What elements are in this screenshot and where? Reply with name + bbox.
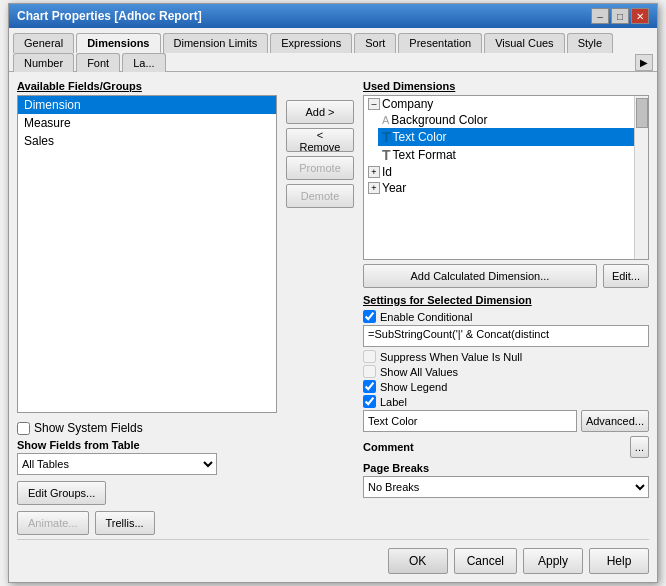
tree-id[interactable]: + Id <box>364 164 648 180</box>
enable-conditional-label: Enable Conditional <box>380 311 472 323</box>
show-legend-row: Show Legend <box>363 380 649 393</box>
available-fields-label: Available Fields/Groups <box>17 80 277 92</box>
show-all-values-checkbox[interactable] <box>363 365 376 378</box>
used-dimensions-label: Used Dimensions <box>363 80 649 92</box>
tab-number[interactable]: Number <box>13 53 74 72</box>
enable-conditional-row: Enable Conditional <box>363 310 649 323</box>
label-value-input[interactable] <box>363 410 577 432</box>
tab-style[interactable]: Style <box>567 33 613 53</box>
trellis-button[interactable]: Trellis... <box>95 511 155 535</box>
comment-button[interactable]: ... <box>630 436 649 458</box>
close-button[interactable]: ✕ <box>631 8 649 24</box>
tab-dimensions[interactable]: Dimensions <box>76 33 160 53</box>
right-panel: Used Dimensions – Company A Background C… <box>363 80 649 535</box>
table-dropdown-row: All Tables <box>17 453 277 475</box>
list-item-measure[interactable]: Measure <box>18 114 276 132</box>
remove-button[interactable]: < Remove <box>286 128 354 152</box>
bottom-buttons: OK Cancel Apply Help <box>17 539 649 574</box>
show-all-values-row: Show All Values <box>363 365 649 378</box>
formula-container: =SubStringCount('|' & Concat(distinct <box>363 325 649 347</box>
show-legend-checkbox[interactable] <box>363 380 376 393</box>
suppress-null-label: Suppress When Value Is Null <box>380 351 522 363</box>
demote-button[interactable]: Demote <box>286 184 354 208</box>
middle-buttons: Add > < Remove Promote Demote <box>285 80 355 535</box>
tree-text-format[interactable]: T Text Format <box>378 146 648 164</box>
list-item-dimension[interactable]: Dimension <box>18 96 276 114</box>
show-legend-label: Show Legend <box>380 381 447 393</box>
settings-title: Settings for Selected Dimension <box>363 294 649 306</box>
company-expand[interactable]: – <box>368 98 380 110</box>
label-label: Label <box>380 396 407 408</box>
tree-company[interactable]: – Company <box>364 96 648 112</box>
left-panel: Available Fields/Groups Dimension Measur… <box>17 80 277 535</box>
ok-button[interactable]: OK <box>388 548 448 574</box>
suppress-null-row: Suppress When Value Is Null <box>363 350 649 363</box>
year-expand[interactable]: + <box>368 182 380 194</box>
available-fields-list[interactable]: Dimension Measure Sales <box>17 95 277 413</box>
animate-trellis-row: Animate... Trellis... <box>17 511 277 535</box>
suppress-null-checkbox[interactable] <box>363 350 376 363</box>
main-panels: Available Fields/Groups Dimension Measur… <box>17 80 649 535</box>
apply-button[interactable]: Apply <box>523 548 583 574</box>
edit-dimension-button[interactable]: Edit... <box>603 264 649 288</box>
comment-row: Comment ... <box>363 436 649 458</box>
tab-dimension-limits[interactable]: Dimension Limits <box>163 33 269 53</box>
tab-la[interactable]: La... <box>122 53 165 72</box>
promote-button[interactable]: Promote <box>286 156 354 180</box>
scrollbar-thumb <box>636 98 648 128</box>
text-color-icon: T <box>382 129 391 145</box>
title-controls: – □ ✕ <box>591 8 649 24</box>
show-system-fields-checkbox[interactable] <box>17 422 30 435</box>
content-area: Available Fields/Groups Dimension Measur… <box>9 72 657 582</box>
left-bottom: Show System Fields Show Fields from Tabl… <box>17 421 277 535</box>
used-dim-scrollbar[interactable] <box>634 96 648 259</box>
tab-visual-cues[interactable]: Visual Cues <box>484 33 565 53</box>
groups-btn-row: Edit Groups... <box>17 481 277 505</box>
minimize-button[interactable]: – <box>591 8 609 24</box>
tree-text-color[interactable]: T Text Color <box>378 128 648 146</box>
tab-sort[interactable]: Sort <box>354 33 396 53</box>
show-system-fields-row: Show System Fields <box>17 421 277 435</box>
id-expand[interactable]: + <box>368 166 380 178</box>
tab-font[interactable]: Font <box>76 53 120 72</box>
background-color-icon: A <box>382 114 389 126</box>
comment-label: Comment <box>363 441 414 453</box>
text-format-icon: T <box>382 147 391 163</box>
advanced-button[interactable]: Advanced... <box>581 410 649 432</box>
title-bar: Chart Properties [Adhoc Report] – □ ✕ <box>9 4 657 28</box>
add-button[interactable]: Add > <box>286 100 354 124</box>
label-row: Label <box>363 395 649 408</box>
used-dimensions-tree[interactable]: – Company A Background Color T Text Colo… <box>363 95 649 260</box>
label-value-row: Advanced... <box>363 410 649 432</box>
page-breaks-dropdown[interactable]: No Breaks <box>363 476 649 498</box>
tab-general[interactable]: General <box>13 33 74 53</box>
tree-background-color[interactable]: A Background Color <box>378 112 648 128</box>
maximize-button[interactable]: □ <box>611 8 629 24</box>
tabs-bar: General Dimensions Dimension Limits Expr… <box>9 28 657 72</box>
help-button[interactable]: Help <box>589 548 649 574</box>
list-item-sales[interactable]: Sales <box>18 132 276 150</box>
action-buttons-row: Add Calculated Dimension... Edit... <box>363 264 649 288</box>
main-window: Chart Properties [Adhoc Report] – □ ✕ Ge… <box>8 3 658 583</box>
edit-groups-button[interactable]: Edit Groups... <box>17 481 106 505</box>
tab-nav-right[interactable]: ▶ <box>635 54 653 71</box>
page-breaks-section: Page Breaks No Breaks <box>363 462 649 498</box>
show-fields-label: Show Fields from Table <box>17 439 277 451</box>
tab-expressions[interactable]: Expressions <box>270 33 352 53</box>
cancel-button[interactable]: Cancel <box>454 548 517 574</box>
show-system-fields-label: Show System Fields <box>34 421 143 435</box>
show-all-values-label: Show All Values <box>380 366 458 378</box>
animate-button[interactable]: Animate... <box>17 511 89 535</box>
add-calculated-dimension-button[interactable]: Add Calculated Dimension... <box>363 264 597 288</box>
table-dropdown[interactable]: All Tables <box>17 453 217 475</box>
settings-section: Settings for Selected Dimension Enable C… <box>363 294 649 498</box>
enable-conditional-checkbox[interactable] <box>363 310 376 323</box>
tab-presentation[interactable]: Presentation <box>398 33 482 53</box>
tree-year[interactable]: + Year <box>364 180 648 196</box>
label-checkbox[interactable] <box>363 395 376 408</box>
page-breaks-label: Page Breaks <box>363 462 649 474</box>
window-title: Chart Properties [Adhoc Report] <box>17 9 202 23</box>
formula-display: =SubStringCount('|' & Concat(distinct <box>363 325 649 347</box>
